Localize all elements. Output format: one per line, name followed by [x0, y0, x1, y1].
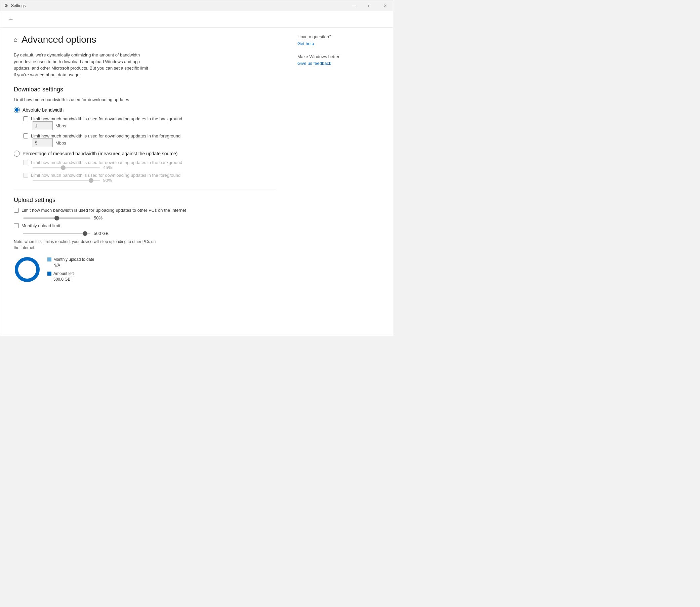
download-settings-sub: Limit how much bandwidth is used for dow…	[14, 97, 276, 102]
titlebar-left: ⚙ Settings	[4, 3, 25, 8]
pct-bg-row: Limit how much bandwidth is used for dow…	[23, 160, 276, 170]
legend-amount-left: Amount left 500.0 GB	[47, 271, 94, 282]
minimize-button[interactable]: —	[346, 0, 362, 11]
bg-checkbox-text: Limit how much bandwidth is used for dow…	[31, 116, 182, 121]
maximize-button[interactable]: □	[362, 0, 377, 11]
amount-left-dot	[47, 272, 51, 276]
radio-percentage-group: Percentage of measured bandwidth (measur…	[14, 151, 276, 156]
section-divider	[14, 190, 276, 190]
svg-rect-3	[47, 272, 51, 276]
radio-absolute-input[interactable]	[14, 107, 20, 113]
back-button[interactable]: ←	[6, 14, 17, 24]
sidebar-better-heading: Make Windows better	[297, 54, 369, 59]
upload-checkbox-input[interactable]	[14, 208, 19, 213]
radio-percentage-input[interactable]	[14, 151, 20, 156]
pct-fg-text: Limit how much bandwidth is used for dow…	[31, 173, 181, 178]
sidebar: Have a question? Get help Make Windows b…	[289, 27, 377, 336]
pct-bg-slider	[33, 167, 100, 168]
nav-bar: ←	[0, 11, 393, 27]
radio-percentage-text: Percentage of measured bandwidth (measur…	[22, 151, 178, 156]
monthly-checkbox-label[interactable]: Monthly upload limit	[14, 223, 276, 228]
svg-point-1	[17, 259, 38, 280]
content-area: ⌂ Advanced options By default, we're dyn…	[0, 27, 393, 336]
svg-rect-2	[47, 257, 51, 261]
titlebar-title: Settings	[11, 3, 25, 8]
app-window: ⚙ Settings — □ ✕ ← ⌂ Advanced options By…	[0, 0, 393, 336]
radio-absolute-group: Absolute bandwidth	[14, 107, 276, 113]
bg-mbps-row: Mbps	[33, 121, 276, 130]
pct-fg-checkbox-input	[23, 173, 28, 178]
upload-settings-title: Upload settings	[14, 196, 276, 204]
pct-bg-checkbox-label: Limit how much bandwidth is used for dow…	[23, 160, 276, 165]
chart-area: Monthly upload to date N/A Amount left 5…	[14, 256, 276, 283]
sidebar-help-section: Have a question? Get help	[297, 34, 369, 46]
radio-absolute-label[interactable]: Absolute bandwidth	[14, 107, 276, 113]
pct-fg-slider-row: 90%	[33, 178, 276, 183]
upload-checkbox-text: Limit how much bandwidth is used for upl…	[22, 208, 186, 213]
pct-bg-slider-row: 45%	[33, 165, 276, 170]
bg-checkbox-input[interactable]	[23, 116, 28, 121]
close-button[interactable]: ✕	[377, 0, 393, 11]
pct-fg-checkbox-label: Limit how much bandwidth is used for dow…	[23, 173, 276, 178]
page-description: By default, we're dynamically optimizing…	[14, 52, 148, 78]
bg-mbps-unit: Mbps	[56, 123, 66, 128]
chart-legend: Monthly upload to date N/A Amount left 5…	[47, 257, 94, 282]
legend-monthly-text: Monthly upload to date N/A	[54, 257, 94, 268]
bg-checkbox-label[interactable]: Limit how much bandwidth is used for dow…	[23, 116, 276, 121]
fg-checkbox-label[interactable]: Limit how much bandwidth is used for dow…	[23, 133, 276, 139]
fg-mbps-row: Mbps	[33, 139, 276, 147]
fg-bandwidth-row: Limit how much bandwidth is used for dow…	[23, 133, 276, 147]
fg-mbps-unit: Mbps	[56, 141, 66, 146]
titlebar-controls: — □ ✕	[346, 0, 393, 11]
upload-slider[interactable]	[23, 217, 90, 219]
bg-mbps-input[interactable]	[33, 121, 53, 130]
main-content: ⌂ Advanced options By default, we're dyn…	[0, 27, 289, 336]
monthly-slider-value: 500 GB	[94, 231, 109, 236]
page-title: Advanced options	[22, 34, 97, 45]
upload-slider-value: 50%	[94, 215, 103, 221]
monthly-checkbox-input[interactable]	[14, 223, 19, 228]
legend-monthly-upload: Monthly upload to date N/A	[47, 257, 94, 268]
page-header: ⌂ Advanced options	[14, 34, 276, 45]
radio-absolute-text: Absolute bandwidth	[22, 107, 64, 112]
pct-fg-row: Limit how much bandwidth is used for dow…	[23, 173, 276, 183]
pct-fg-value: 90%	[103, 178, 112, 183]
titlebar: ⚙ Settings — □ ✕	[0, 0, 393, 11]
upload-note: Note: when this limit is reached, your d…	[14, 238, 162, 251]
sidebar-question-heading: Have a question?	[297, 34, 369, 39]
pct-bg-checkbox-input	[23, 160, 28, 165]
monthly-slider-row: 500 GB	[23, 231, 276, 236]
sidebar-feedback-section: Make Windows better Give us feedback	[297, 54, 369, 66]
fg-mbps-input[interactable]	[33, 139, 53, 147]
upload-checkbox-label[interactable]: Limit how much bandwidth is used for upl…	[14, 208, 276, 213]
download-settings-title: Download settings	[14, 86, 276, 93]
fg-checkbox-text: Limit how much bandwidth is used for dow…	[31, 133, 181, 139]
pct-bg-value: 45%	[103, 165, 112, 170]
home-icon[interactable]: ⌂	[14, 36, 18, 43]
donut-chart	[14, 256, 41, 283]
legend-amount-text: Amount left 500.0 GB	[54, 271, 74, 282]
monthly-slider[interactable]	[23, 233, 90, 234]
pct-bg-text: Limit how much bandwidth is used for dow…	[31, 160, 182, 165]
feedback-link[interactable]: Give us feedback	[297, 61, 331, 66]
fg-checkbox-input[interactable]	[23, 133, 28, 139]
titlebar-icon: ⚙	[4, 3, 8, 8]
monthly-checkbox-text: Monthly upload limit	[22, 223, 60, 228]
radio-percentage-label[interactable]: Percentage of measured bandwidth (measur…	[14, 151, 276, 156]
monthly-upload-dot	[47, 257, 51, 261]
get-help-link[interactable]: Get help	[297, 41, 314, 46]
bg-bandwidth-row: Limit how much bandwidth is used for dow…	[23, 116, 276, 130]
upload-slider-row: 50%	[23, 215, 276, 221]
pct-fg-slider	[33, 180, 100, 181]
